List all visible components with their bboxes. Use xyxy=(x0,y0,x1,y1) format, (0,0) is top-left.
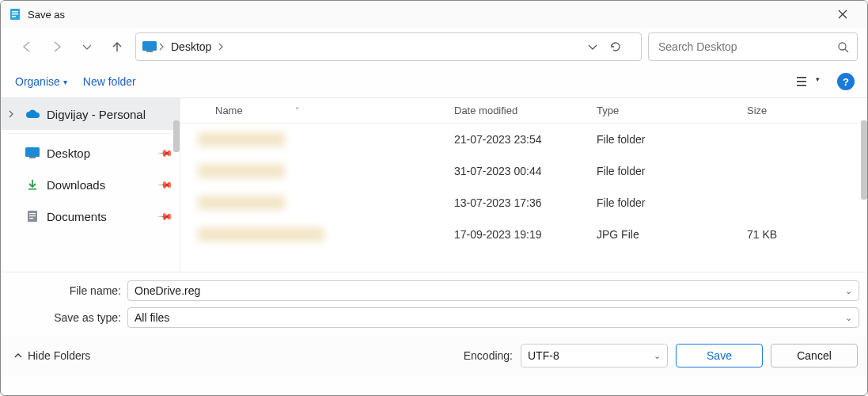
chevron-down-icon: ▾ xyxy=(63,78,67,86)
chevron-down-icon[interactable]: ⌄ xyxy=(845,286,852,296)
filename-input[interactable]: OneDrive.reg ⌄ xyxy=(127,280,859,301)
sidebar-item-onedrive[interactable]: Digvijay - Personal xyxy=(1,98,180,130)
svg-rect-7 xyxy=(797,77,806,78)
svg-rect-11 xyxy=(29,157,36,158)
svg-rect-8 xyxy=(797,81,806,82)
search-box[interactable] xyxy=(648,32,858,61)
cell-date: 13-07-2023 17:36 xyxy=(454,196,597,209)
close-button[interactable] xyxy=(824,2,861,26)
encoding-value: UTF-8 xyxy=(528,349,559,362)
file-row[interactable]: 13-07-2023 17:36 File folder xyxy=(180,187,867,219)
hide-folders-label: Hide Folders xyxy=(28,349,90,362)
blurred-filename xyxy=(198,132,285,147)
svg-rect-3 xyxy=(12,16,16,17)
file-row[interactable]: 21-07-2023 23:54 File folder xyxy=(180,124,867,155)
sidebar-item-documents[interactable]: Documents 📌 xyxy=(1,200,180,232)
chevron-down-icon[interactable]: ⌄ xyxy=(654,351,661,361)
file-list: Name ˄ Date modified Type Size 21-07-202… xyxy=(180,98,867,272)
encoding-select[interactable]: UTF-8 ⌄ xyxy=(521,344,668,367)
cell-type: File folder xyxy=(597,165,717,177)
file-row[interactable]: 31-07-2023 00:44 File folder xyxy=(180,155,867,187)
view-options-button[interactable]: ▾ xyxy=(793,70,815,93)
svg-point-6 xyxy=(839,43,846,50)
svg-rect-10 xyxy=(25,147,40,157)
blurred-filename xyxy=(198,164,285,178)
save-button[interactable]: Save xyxy=(676,344,763,367)
help-button[interactable]: ? xyxy=(837,73,855,90)
desktop-icon xyxy=(25,147,40,158)
download-icon xyxy=(25,178,40,191)
sidebar-item-desktop[interactable]: Desktop 📌 xyxy=(1,137,180,169)
new-folder-button[interactable]: New folder xyxy=(83,75,136,88)
title-bar: Save as xyxy=(1,1,867,28)
cancel-button[interactable]: Cancel xyxy=(771,344,858,367)
search-input[interactable] xyxy=(657,40,837,54)
organise-menu[interactable]: Organise ▾ xyxy=(15,75,67,88)
svg-rect-12 xyxy=(28,188,36,190)
column-name[interactable]: Name ˄ xyxy=(180,105,454,116)
sidebar-item-label: Documents xyxy=(47,210,154,223)
cell-type: JPG File xyxy=(597,228,717,241)
svg-rect-4 xyxy=(142,41,157,51)
blurred-filename xyxy=(198,196,285,210)
sidebar-scrollbar[interactable] xyxy=(173,98,180,272)
toolbar: Organise ▾ New folder ▾ ? xyxy=(1,69,867,97)
chevron-down-icon[interactable]: ⌄ xyxy=(845,313,852,323)
encoding-label: Encoding: xyxy=(464,349,513,362)
window-title: Save as xyxy=(28,9,65,21)
search-icon xyxy=(837,41,849,53)
address-bar[interactable]: Desktop xyxy=(135,32,642,61)
column-type[interactable]: Type xyxy=(597,105,717,116)
save-form: File name: OneDrive.reg ⌄ Save as type: … xyxy=(1,272,867,336)
pin-icon: 📌 xyxy=(157,208,174,225)
organise-label: Organise xyxy=(15,75,60,88)
saveastype-label: Save as type: xyxy=(9,311,127,324)
filename-value: OneDrive.reg xyxy=(135,284,200,297)
filename-label: File name: xyxy=(9,284,127,297)
folder-tree: Digvijay - Personal Desktop 📌 Downloads … xyxy=(1,98,180,272)
back-button[interactable] xyxy=(15,35,39,59)
app-icon xyxy=(9,8,21,21)
svg-rect-16 xyxy=(29,218,33,219)
cell-type: File folder xyxy=(597,133,717,146)
blurred-filename xyxy=(198,227,324,242)
column-size[interactable]: Size xyxy=(717,105,812,116)
chevron-right-icon[interactable] xyxy=(157,43,166,51)
saveastype-select[interactable]: All files ⌄ xyxy=(127,307,859,328)
sidebar-item-label: Digvijay - Personal xyxy=(47,108,172,121)
bottom-bar: Hide Folders Encoding: UTF-8 ⌄ Save Canc… xyxy=(1,336,867,377)
column-headers: Name ˄ Date modified Type Size xyxy=(180,98,867,124)
saveastype-value: All files xyxy=(135,311,169,324)
chevron-right-icon[interactable] xyxy=(216,43,226,51)
cloud-icon xyxy=(25,109,40,120)
cell-date: 21-07-2023 23:54 xyxy=(454,133,597,146)
cell-type: File folder xyxy=(597,196,717,209)
sidebar-item-downloads[interactable]: Downloads 📌 xyxy=(1,169,180,200)
column-date-modified[interactable]: Date modified xyxy=(454,105,597,116)
pin-icon: 📌 xyxy=(157,145,174,162)
file-row[interactable]: 17-09-2023 19:19 JPG File 71 KB xyxy=(180,219,867,250)
chevron-right-icon[interactable] xyxy=(7,110,18,118)
list-scrollbar[interactable] xyxy=(861,98,867,272)
svg-rect-14 xyxy=(29,213,36,214)
cell-date: 31-07-2023 00:44 xyxy=(454,165,597,177)
svg-rect-9 xyxy=(797,85,806,86)
hide-folders-button[interactable]: Hide Folders xyxy=(13,349,90,362)
cell-date: 17-09-2023 19:19 xyxy=(454,228,597,241)
sidebar-item-label: Downloads xyxy=(47,178,154,192)
svg-rect-5 xyxy=(146,51,153,52)
forward-button[interactable] xyxy=(45,35,69,59)
cell-size: 71 KB xyxy=(717,228,812,241)
refresh-button[interactable] xyxy=(609,40,638,53)
up-button[interactable] xyxy=(105,35,129,59)
svg-rect-1 xyxy=(12,11,18,13)
document-icon xyxy=(25,210,40,223)
address-history-button[interactable] xyxy=(587,41,609,52)
svg-rect-15 xyxy=(29,215,36,216)
sidebar-item-label: Desktop xyxy=(47,147,154,160)
breadcrumb-desktop[interactable]: Desktop xyxy=(166,40,216,53)
chevron-up-icon xyxy=(13,351,23,360)
svg-rect-2 xyxy=(12,13,18,15)
column-label: Name xyxy=(215,105,243,116)
recent-locations-button[interactable] xyxy=(75,35,99,59)
